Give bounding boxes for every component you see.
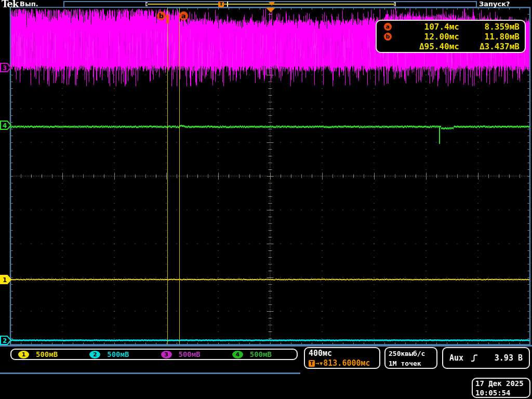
channel-3-scale-entry[interactable]: 3 500мВ (154, 350, 225, 358)
channel-2-scale: 500мВ (107, 350, 129, 358)
record-trigger-marker-icon[interactable]: T (218, 2, 224, 7)
cursor-a-handle[interactable]: a (179, 11, 188, 20)
cursor-a-time: 107.4мс (392, 22, 459, 32)
timebase-delay-value: 813.6000мс (323, 358, 370, 368)
channel-4-scale-entry[interactable]: 4 500мВ (225, 350, 297, 358)
trigger-box[interactable]: Aux 3.93 В (442, 347, 530, 369)
channel-2-marker-label: 2 (3, 337, 7, 344)
oscilloscope-screen: Tek Вып. T Запуск? b a a 107.4мс 8.359мВ… (0, 0, 532, 399)
record-position-triangle-icon (269, 2, 275, 6)
trigger-status: Запуск? (479, 0, 510, 8)
channel-1-scale-entry[interactable]: 1 500мВ (11, 350, 83, 358)
channel-4-marker-label: 4 (3, 122, 7, 129)
arrow-right-icon: → (315, 358, 319, 368)
trigger-source: Aux (449, 353, 463, 363)
cursor-b-icon: b (384, 33, 392, 41)
cursor-b-row: b 12.00мс 11.80мВ (384, 32, 520, 42)
channel-3-scale: 500мВ (179, 350, 201, 358)
channel-1-marker-label: 1 (3, 276, 7, 284)
channel-2-scale-entry[interactable]: 2 500мВ (83, 350, 154, 358)
cursor-b-handle[interactable]: b (157, 11, 166, 20)
date-label: 17 Дек 2025 (475, 379, 527, 388)
waveform-display[interactable] (0, 0, 532, 399)
cursor-a-icon: a (384, 23, 392, 31)
datetime-box: 17 Дек 2025 10:05:54 (472, 378, 530, 398)
cursor-delta-spacer (384, 43, 392, 50)
record-bracket-left-icon (145, 2, 148, 6)
channel-4-badge[interactable]: 4 (232, 351, 243, 358)
cursor-b-value: 11.80мВ (459, 32, 520, 42)
cursor-a-value: 8.359мВ (459, 22, 520, 32)
acquisition-status: Вып. (20, 0, 38, 8)
channel-3-badge[interactable]: 3 (161, 351, 172, 358)
channel-3-marker[interactable]: 3 (0, 63, 12, 72)
cursor-readout-panel: a 107.4мс 8.359мВ b 12.00мс 11.80мВ Δ95.… (376, 20, 526, 53)
trigger-position-triangle-icon[interactable] (266, 8, 275, 12)
record-cursor-tick-icon (227, 2, 228, 7)
cursor-delta-row: Δ95.40мс Δ3.437мВ (384, 42, 520, 51)
cursor-b-time: 12.00мс (392, 32, 459, 42)
bottom-separator-line (0, 345, 532, 347)
cursor-delta-time: Δ95.40мс (392, 42, 459, 51)
channel-scale-bar: 1 500мВ 2 500мВ 3 500мВ 4 500мВ (10, 349, 298, 360)
rising-edge-icon (471, 354, 478, 363)
cursor-delta-value: Δ3.437мВ (459, 42, 520, 51)
time-label: 10:05:54 (475, 388, 527, 397)
channel-1-scale: 500мВ (36, 350, 58, 358)
acquisition-box[interactable]: 250квыб/с 1М точек (384, 347, 437, 369)
triangle-down-icon: ▼ (320, 358, 323, 368)
timebase-scale: 400мс (309, 349, 376, 358)
sample-rate: 250квыб/с (389, 349, 433, 358)
record-bracket-right-icon (394, 2, 396, 6)
record-length: 1М точек (389, 358, 433, 368)
channel-1-marker[interactable]: 1 (0, 275, 12, 284)
trigger-t-icon: T (309, 360, 315, 367)
bottom-left-separator-line (0, 373, 300, 374)
tek-logo: Tek (2, 0, 18, 9)
record-view-bar[interactable]: T (63, 1, 477, 8)
timebase-box[interactable]: 400мс T → ▼ 813.6000мс (304, 347, 380, 369)
trigger-level: 3.93 В (484, 353, 523, 363)
channel-2-badge[interactable]: 2 (89, 351, 100, 358)
channel-4-scale: 500мВ (250, 350, 272, 358)
channel-3-marker-label: 3 (3, 64, 7, 72)
channel-1-badge[interactable]: 1 (18, 351, 29, 358)
timebase-delay-row: T → ▼ 813.6000мс (309, 358, 376, 368)
cursor-a-row: a 107.4мс 8.359мВ (384, 22, 520, 32)
channel-2-marker[interactable]: 2 (0, 336, 12, 345)
channel-4-marker[interactable]: 4 (0, 121, 12, 130)
